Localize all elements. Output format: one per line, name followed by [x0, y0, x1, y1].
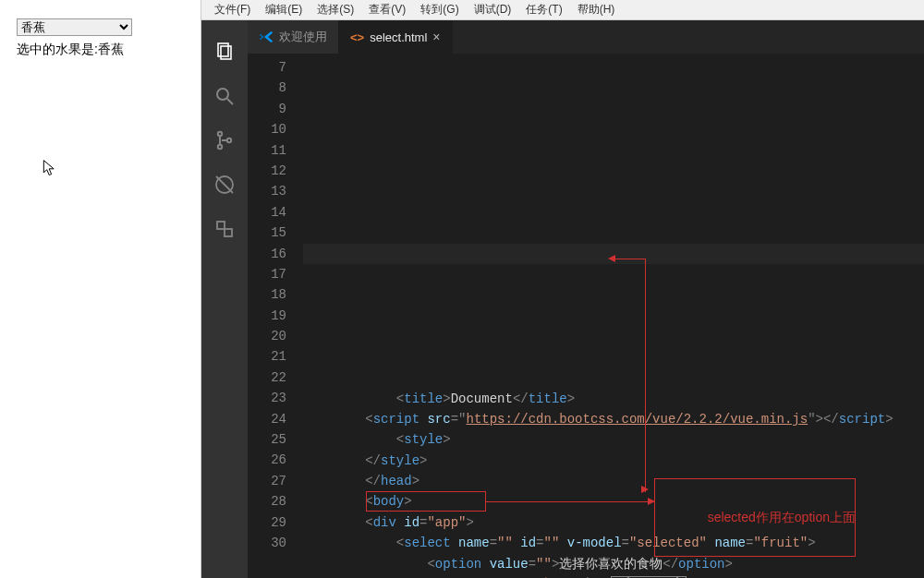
- search-icon[interactable]: [201, 74, 248, 118]
- tab-welcome-label: 欢迎使用: [279, 29, 327, 45]
- editor-area: 欢迎使用 <> select.html × 789101112131415161…: [248, 20, 924, 578]
- menu-goto[interactable]: 转到(G): [413, 2, 466, 18]
- vscode-window: 文件(F) 编辑(E) 选择(S) 查看(V) 转到(G) 调试(D) 任务(T…: [201, 0, 924, 578]
- annotation-box: selected作用在option上面: [654, 478, 856, 557]
- tab-select-html[interactable]: <> select.html ×: [339, 20, 453, 54]
- html-icon: <>: [350, 30, 364, 44]
- svg-point-6: [227, 138, 231, 142]
- svg-rect-0: [218, 43, 228, 56]
- tab-bar: 欢迎使用 <> select.html ×: [248, 20, 924, 54]
- menu-bar: 文件(F) 编辑(E) 选择(S) 查看(V) 转到(G) 调试(D) 任务(T…: [201, 0, 924, 20]
- svg-line-3: [227, 99, 233, 104]
- fruit-select[interactable]: 香蕉: [17, 18, 132, 36]
- source-control-icon[interactable]: [201, 118, 248, 163]
- svg-rect-10: [225, 229, 232, 236]
- code-content[interactable]: selected作用在option上面 <title>Document</tit…: [303, 54, 924, 578]
- activity-bar: [201, 20, 248, 578]
- menu-debug[interactable]: 调试(D): [467, 2, 519, 18]
- svg-point-4: [218, 132, 222, 136]
- annotation-arrowhead-1: [608, 255, 615, 262]
- extensions-icon[interactable]: [201, 207, 248, 251]
- explorer-icon[interactable]: [201, 30, 248, 74]
- vscode-icon: [259, 30, 274, 44]
- menu-tasks[interactable]: 任务(T): [518, 2, 569, 18]
- line-gutter: 7891011121314151617181920212223242526272…: [248, 54, 303, 578]
- menu-help[interactable]: 帮助(H): [570, 2, 623, 18]
- menu-edit[interactable]: 编辑(E): [258, 2, 310, 18]
- svg-rect-9: [217, 222, 225, 229]
- menu-select[interactable]: 选择(S): [310, 2, 361, 18]
- svg-point-2: [217, 89, 228, 100]
- debug-icon[interactable]: [201, 163, 248, 207]
- menu-view[interactable]: 查看(V): [361, 2, 413, 18]
- tab-select-html-label: select.html: [370, 30, 427, 44]
- code-editor[interactable]: 7891011121314151617181920212223242526272…: [248, 54, 924, 578]
- menu-file[interactable]: 文件(F): [207, 2, 258, 18]
- mouse-cursor-icon: [41, 159, 59, 177]
- output-text: 选中的水果是:香蕉: [17, 42, 201, 58]
- svg-rect-1: [221, 46, 231, 59]
- browser-preview-pane: 香蕉 选中的水果是:香蕉: [0, 0, 201, 578]
- close-icon[interactable]: ×: [432, 30, 440, 44]
- tab-welcome[interactable]: 欢迎使用: [248, 20, 339, 54]
- annotation-arrow-1b: [613, 259, 645, 259]
- svg-point-5: [218, 145, 222, 149]
